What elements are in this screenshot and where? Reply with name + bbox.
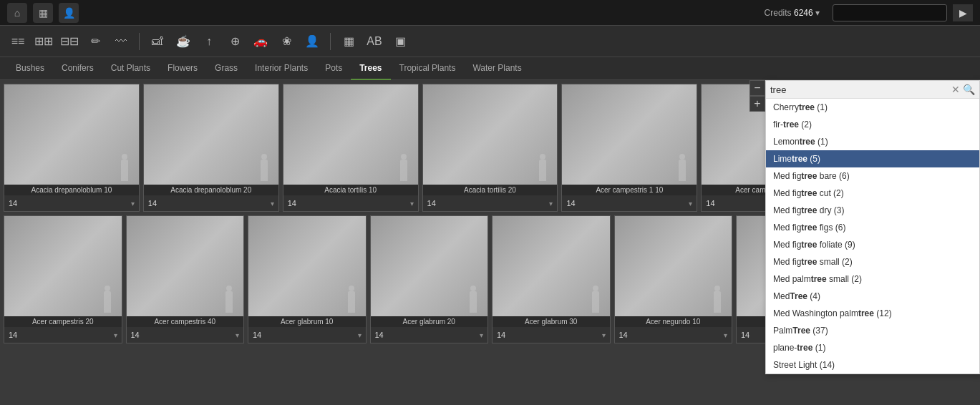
cat-tab-conifers[interactable]: Conifers: [53, 57, 102, 80]
calendar-icon[interactable]: ▦: [33, 3, 53, 23]
cat-tab-tropical[interactable]: Tropical Plants: [391, 57, 465, 80]
price-dropdown-icon[interactable]: ▾: [724, 331, 727, 339]
toolbar-icon-plant[interactable]: ↑: [198, 31, 220, 52]
play-button[interactable]: ▶: [953, 4, 973, 21]
cat-tab-bushes[interactable]: Bushes: [7, 57, 53, 80]
price-dropdown-icon[interactable]: ▾: [689, 200, 692, 208]
dropdown-item-med-washington[interactable]: Med Washington palmtree (12): [766, 305, 979, 322]
toolbar-icon-grid2[interactable]: ▦: [338, 31, 359, 52]
dropdown-search-row: ✕ 🔍: [766, 81, 979, 99]
credits-value: 6246: [794, 8, 813, 18]
toolbar-icon-pen[interactable]: ✏: [84, 31, 106, 52]
price-value: 14: [706, 199, 714, 208]
dropdown-item-palm-tree[interactable]: PalmTree (37): [766, 322, 979, 339]
grid-cell[interactable]: Acer campestris 20 14 ▾: [4, 215, 122, 343]
dropdown-item-fir-tree[interactable]: fir-tree (2): [766, 116, 979, 133]
dropdown-item-lemon-tree[interactable]: Lemon tree (1): [766, 133, 979, 150]
price-dropdown-icon[interactable]: ▾: [480, 331, 483, 339]
grid-cell[interactable]: Acer glabrum 30 14 ▾: [492, 215, 611, 343]
price-bar: 14 ▾: [4, 195, 139, 211]
thumb: [615, 216, 732, 316]
toolbar-icon-wave[interactable]: 〰: [110, 31, 132, 52]
main-area: Acacia drepanoloblum 10 14 ▾ Acacia drep…: [0, 80, 980, 405]
price-value: 14: [9, 199, 17, 208]
price-dropdown-icon[interactable]: ▾: [410, 200, 414, 208]
price-dropdown-icon[interactable]: ▾: [549, 200, 553, 208]
grid-cell[interactable]: Acer campestris 40 14 ▾: [126, 215, 245, 343]
thumb: [423, 84, 558, 185]
toolbar-sep-1: [139, 33, 140, 50]
toolbar-icon-sofa[interactable]: 🛋: [147, 31, 168, 52]
price-dropdown-icon[interactable]: ▾: [358, 331, 362, 339]
zoom-plus-button[interactable]: +: [749, 96, 765, 112]
zoom-minus-button[interactable]: −: [749, 80, 765, 96]
cell-label: Acer negundo 10: [615, 316, 732, 327]
cat-tab-water[interactable]: Water Plants: [464, 57, 530, 80]
toolbar-icon-ab[interactable]: AB: [364, 31, 385, 52]
price-value: 14: [619, 331, 628, 339]
cell-label: Acer campestris 1 10: [562, 185, 697, 195]
grid-cell[interactable]: Acer glabrum 20 14 ▾: [370, 215, 489, 343]
dropdown-item-med-fig-bare[interactable]: Med figtree bare (6): [766, 167, 979, 185]
cat-tab-pots[interactable]: Pots: [316, 57, 351, 80]
dropdown-item-lime-tree[interactable]: Lime tree (5): [766, 150, 979, 167]
cell-label: Acer campestris 20: [4, 316, 122, 327]
price-bar: 14 ▾: [615, 327, 732, 343]
top-bar: ⌂ ▦ 👤 Credits 6246 ▾ ▶: [0, 0, 980, 26]
cell-label: Acacia tortilis 20: [423, 185, 558, 195]
grid-cell[interactable]: Acacia drepanoloblum 10 14 ▾: [4, 84, 140, 212]
toolbar-icon-cup[interactable]: ☕: [173, 31, 194, 52]
dropdown-item-med-fig-small[interactable]: Med figtree small (2): [766, 253, 979, 270]
cat-tab-interior-plants[interactable]: Interior Plants: [246, 57, 316, 80]
price-dropdown-icon[interactable]: ▾: [271, 200, 274, 208]
cat-tab-cut-plants[interactable]: Cut Plants: [102, 57, 159, 80]
home-icon[interactable]: ⌂: [7, 3, 27, 23]
cat-tab-trees[interactable]: Trees: [351, 57, 390, 80]
dropdown-clear-button[interactable]: ✕: [951, 84, 960, 95]
grid-cell[interactable]: Acer glabrum 10 14 ▾: [248, 215, 367, 343]
dropdown-item-plane-tree[interactable]: plane-tree (1): [766, 339, 979, 356]
dropdown-item-med-palm-small[interactable]: Med palmtree small (2): [766, 270, 979, 288]
thumb: [248, 216, 366, 316]
grid-cell[interactable]: Acer negundo 10 14 ▾: [614, 215, 733, 343]
toolbar-icon-image[interactable]: ▣: [389, 31, 411, 52]
price-value: 14: [288, 199, 296, 208]
toolbar-icon-grid[interactable]: ⊞⊞: [33, 31, 54, 52]
cat-tab-flowers[interactable]: Flowers: [159, 57, 206, 80]
grid-cell[interactable]: Acacia tortilis 10 14 ▾: [283, 84, 419, 212]
toolbar-icon-person[interactable]: 👤: [301, 31, 323, 52]
top-search-input[interactable]: [833, 4, 947, 21]
cell-label: Acer glabrum 20: [371, 316, 488, 327]
cat-tab-grass[interactable]: Grass: [206, 57, 246, 80]
thumb: [144, 84, 278, 185]
dropdown-item-med-fig-dry[interactable]: Med figtree dry (3): [766, 202, 979, 219]
grid-cell[interactable]: Acacia tortilis 20 14 ▾: [422, 84, 558, 212]
price-dropdown-icon[interactable]: ▾: [602, 331, 606, 339]
dropdown-search-button[interactable]: 🔍: [963, 84, 975, 95]
user-icon[interactable]: 👤: [59, 3, 79, 23]
dropdown-item-street-light[interactable]: Street Light (14): [766, 356, 979, 374]
price-dropdown-icon[interactable]: ▾: [236, 331, 239, 339]
toolbar-icon-leaf[interactable]: ❀: [276, 31, 297, 52]
price-value: 14: [9, 331, 17, 339]
dropdown-item-med-tree[interactable]: Med Tree (4): [766, 288, 979, 305]
price-bar: 14 ▾: [248, 327, 366, 343]
toolbar-icon-minus[interactable]: ⊟⊟: [59, 31, 80, 52]
price-value: 14: [427, 199, 436, 208]
toolbar-icon-menu[interactable]: ≡≡: [7, 31, 29, 52]
dropdown-item-med-fig-figs[interactable]: Med figtree figs (6): [766, 219, 979, 236]
dropdown-item-med-fig-cut[interactable]: Med figtree cut (2): [766, 185, 979, 202]
price-bar: 14 ▾: [4, 327, 122, 343]
price-dropdown-icon[interactable]: ▾: [131, 200, 135, 208]
grid-cell[interactable]: Acer campestris 1 10 14 ▾: [561, 84, 697, 212]
toolbar-icon-car[interactable]: 🚗: [250, 31, 271, 52]
price-value: 14: [375, 331, 384, 339]
dropdown-item-cherry-tree[interactable]: Cherry tree (1): [766, 99, 979, 116]
dropdown-search-input[interactable]: [770, 84, 949, 95]
toolbar-icon-add[interactable]: ⊕: [224, 31, 246, 52]
dropdown-item-med-fig-foliate[interactable]: Med figtree foliate (9): [766, 236, 979, 253]
price-dropdown-icon[interactable]: ▾: [114, 331, 117, 339]
toolbar: ≡≡ ⊞⊞ ⊟⊟ ✏ 〰 🛋 ☕ ↑ ⊕ 🚗 ❀ 👤 ▦ AB ▣: [0, 26, 980, 57]
price-value: 14: [741, 331, 749, 339]
grid-cell[interactable]: Acacia drepanoloblum 20 14 ▾: [143, 84, 279, 212]
